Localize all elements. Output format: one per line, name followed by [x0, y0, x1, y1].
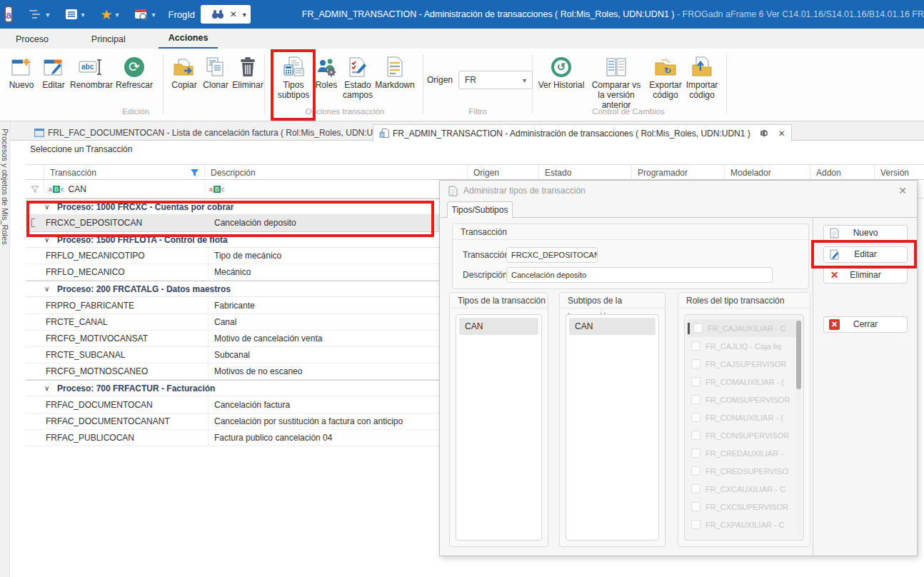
group-label-opciones: Opciones transacción: [273, 107, 416, 116]
focus-tick: [688, 323, 690, 334]
group-row[interactable]: ∨ Proceso: 1500 FRFLOTA - Control de flo…: [26, 231, 439, 248]
checkbox-icon: [691, 520, 700, 529]
chevron-down-icon[interactable]: ∨: [44, 281, 49, 297]
group-row[interactable]: ∨ Proceso: 1000 FRCXC - Cuentas por cobr…: [26, 199, 439, 215]
table-row[interactable]: FRFLO_MECANICOTIPO Tipo de mecánico: [26, 248, 439, 264]
list-item-selected[interactable]: CAN: [459, 318, 538, 335]
chevron-down-icon[interactable]: ∨: [44, 199, 49, 215]
tab-principal[interactable]: Principal: [81, 31, 136, 49]
window-title-version: - FROGadn aFrame 6 Ver C14.01.16/S14.01.…: [675, 9, 924, 19]
search-chevron-icon[interactable]: ▾: [243, 11, 246, 19]
renombrar-button[interactable]: abc Renombrar: [69, 54, 114, 90]
table-row[interactable]: FRFAC_PUBLICOCAN Factura publico cancela…: [26, 430, 439, 446]
filter-cell-descripcion[interactable]: aBc: [205, 180, 468, 199]
filter-icon[interactable]: [191, 169, 199, 176]
dialog-close-icon[interactable]: ✕: [898, 185, 907, 196]
col-header-modelador[interactable]: Modelador: [725, 165, 810, 181]
dialog-title: Administrar tipos de transacción: [463, 186, 586, 196]
clone-icon: [205, 56, 226, 78]
window-title: FR_ADMIN_TRANSACTION - Administración de…: [302, 9, 924, 19]
history-icon: ↺: [551, 57, 571, 77]
abc-filter-icon[interactable]: aBc: [49, 186, 64, 193]
left-dock-strip[interactable]: Procesos y objetos de Mis_Roles: [0, 121, 10, 577]
grid-header: Transacción Descripción Origen Estado Pr…: [26, 164, 924, 180]
group-row[interactable]: ∨ Proceso: 200 FRCATALG - Datos maestros: [26, 281, 439, 297]
eliminar-button[interactable]: Eliminar: [228, 54, 268, 90]
role-row: FR_COMAUXILIAR - (: [685, 373, 803, 391]
origen-select[interactable]: FR ▾: [458, 71, 533, 89]
filter-gutter: [26, 180, 44, 199]
col-header-transaccion[interactable]: Transacción: [44, 165, 205, 181]
col-header-version[interactable]: Versión: [875, 165, 924, 181]
descripcion-field-input[interactable]: Cancelación deposito: [506, 267, 773, 283]
pin-icon[interactable]: [760, 129, 769, 138]
col-header-descripcion[interactable]: Descripción: [205, 165, 468, 181]
scrollbar-thumb[interactable]: [796, 321, 801, 389]
importar-codigo-button[interactable]: Importar código: [681, 54, 723, 100]
chevron-down-icon[interactable]: ∨: [44, 381, 49, 396]
abc-filter-icon[interactable]: aBc: [209, 186, 225, 193]
tipos-subtipos-button[interactable]: Tipos subtipos: [273, 54, 313, 100]
filter-cell-transaccion[interactable]: aBc CAN: [44, 180, 205, 199]
table-row[interactable]: FRPRO_FABRICANTE Fabricante: [26, 298, 439, 314]
origen-filter: Origen FR ▾: [427, 71, 533, 89]
list-menu-button[interactable]: ▾: [65, 9, 84, 20]
col-header-origen[interactable]: Origen: [468, 165, 539, 181]
col-header-addon[interactable]: Addon: [810, 165, 875, 181]
transaccion-field-input[interactable]: FRCXC_DEPOSITOCAN: [506, 247, 598, 263]
favorites-menu-button[interactable]: ★ ▾: [100, 6, 119, 23]
dialog-cerrar-button[interactable]: ✕ Cerrar: [823, 316, 908, 333]
col-header-estado[interactable]: Estado: [539, 165, 632, 181]
roles-icon: [316, 56, 337, 78]
list-item-selected[interactable]: CAN: [569, 318, 656, 335]
tab-acciones[interactable]: Acciones: [159, 30, 219, 49]
doc-tab-frl-fac-documentocan[interactable]: FRL_FAC_DOCUMENTOCAN - Lista de cancelac…: [29, 124, 401, 141]
refrescar-button[interactable]: ⟳ Refrescar: [113, 54, 156, 90]
tree-menu-button[interactable]: ▾: [29, 9, 49, 20]
origen-label: Origen: [427, 75, 453, 85]
ribbon-separator: [423, 54, 423, 114]
role-row: FR_CXCAUXILIAR - C: [685, 480, 803, 498]
table-row[interactable]: FRFAC_DOCUMENTOCAN Cancelación factura: [26, 397, 439, 413]
comparar-button[interactable]: Comparar vs la versión anterior: [591, 54, 641, 110]
doc-tab-fr-admin-transaction[interactable]: FR_ADMIN_TRANSACTION - Administración de…: [373, 124, 792, 141]
left-dock-label[interactable]: Procesos y objetos de Mis_Roles: [1, 121, 9, 245]
frogid-search-input[interactable]: ✕ ▾: [201, 5, 251, 24]
table-row-selected[interactable]: FRCXC_DEPOSITOCAN Cancelación deposito: [26, 215, 439, 231]
group-row[interactable]: ∨ Proceso: 700 FRFACTUR - Facturación: [26, 380, 439, 396]
ver-historial-button[interactable]: ↺ Ver Historial: [537, 54, 586, 90]
markdown-button[interactable]: Markdown: [373, 54, 417, 90]
app-logo-icon[interactable]: a: [4, 6, 13, 23]
col-header-programador[interactable]: Programador: [632, 165, 725, 181]
dialog-titlebar[interactable]: Administrar tipos de transacción: [440, 181, 917, 201]
checkbox-icon: [691, 359, 700, 368]
frogid-label: FrogId: [169, 9, 196, 20]
table-row[interactable]: FRFLO_MECANICO Mecánico: [26, 264, 439, 281]
editar-button[interactable]: Editar: [34, 54, 73, 90]
estado-campos-button[interactable]: Estado campos: [338, 54, 377, 100]
binoculars-icon[interactable]: [211, 9, 224, 19]
dialog-nuevo-button[interactable]: Nuevo: [823, 225, 908, 241]
dialog-editar-button[interactable]: Editar: [823, 246, 908, 263]
chevron-down-icon: ▾: [115, 11, 119, 19]
table-row[interactable]: FRCTE_CANAL Canal: [26, 314, 439, 331]
roles-scrollbar[interactable]: [796, 321, 801, 535]
tipos-list[interactable]: CAN: [456, 314, 542, 541]
table-row[interactable]: FRFAC_DOCUMENTOCANANT Cancelación por su…: [26, 413, 439, 430]
clear-search-icon[interactable]: ✕: [230, 9, 237, 19]
window-search-menu-button[interactable]: ▾: [134, 9, 155, 21]
dialog-eliminar-button[interactable]: ✕ Eliminar: [823, 267, 908, 284]
subtipos-list[interactable]: CAN: [566, 314, 659, 541]
tab-proceso[interactable]: Proceso: [6, 31, 59, 49]
chevron-down-icon[interactable]: ∨: [44, 232, 49, 248]
tree-icon: [29, 9, 43, 20]
close-tab-icon[interactable]: ✕: [778, 129, 785, 139]
transaccion-groupbox: Transacción Transacción FRCXC_DEPOSITOCA…: [452, 224, 809, 289]
list-view-icon: [34, 129, 44, 137]
table-row[interactable]: FRCTE_SUBCANAL Subcanal: [26, 347, 439, 363]
ribbon-separator: [163, 54, 164, 114]
dialog-tab-tipos-subtipos[interactable]: Tipos/Subtipos: [447, 201, 513, 218]
list-icon: [65, 9, 78, 20]
table-row[interactable]: FRCFG_MOTIVOCANSAT Motivo de cancelación…: [26, 331, 439, 347]
table-row[interactable]: FRCFG_MOTNOSCANEO Motivos de no escaneo: [26, 363, 439, 380]
